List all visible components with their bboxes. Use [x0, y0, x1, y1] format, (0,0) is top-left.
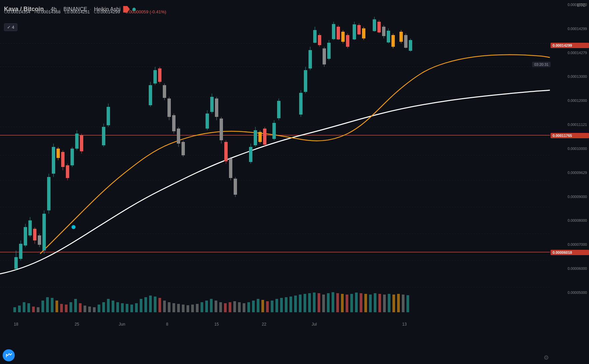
- svg-rect-189: [238, 302, 241, 312]
- svg-rect-72: [224, 142, 228, 161]
- svg-rect-38: [71, 149, 74, 165]
- svg-rect-223: [397, 294, 400, 312]
- svg-rect-173: [163, 301, 166, 312]
- svg-rect-175: [172, 303, 175, 312]
- svg-rect-62: [182, 142, 185, 155]
- svg-rect-169: [144, 297, 147, 312]
- y-label-7: 0.00009629: [553, 171, 587, 175]
- exchange-label: BINANCE: [64, 6, 87, 12]
- interval-badge[interactable]: ✓ 4: [4, 23, 17, 31]
- svg-rect-167: [135, 303, 138, 312]
- svg-rect-18: [24, 227, 27, 245]
- y-label-2: 0.00014279: [553, 51, 587, 55]
- svg-rect-150: [55, 301, 58, 312]
- svg-rect-171: [154, 297, 156, 312]
- svg-rect-180: [196, 304, 199, 312]
- svg-rect-202: [299, 295, 302, 312]
- settings-icon[interactable]: ⚙: [544, 354, 549, 361]
- svg-rect-185: [219, 302, 222, 312]
- svg-rect-102: [327, 43, 331, 59]
- svg-rect-159: [98, 305, 100, 312]
- trading-pair[interactable]: Kava / Bitcoin: [4, 6, 44, 13]
- svg-rect-208: [327, 293, 330, 312]
- svg-rect-66: [210, 97, 214, 112]
- svg-rect-176: [177, 304, 180, 312]
- svg-rect-34: [61, 152, 65, 167]
- svg-text:15: 15: [214, 322, 219, 327]
- timeframe-label[interactable]: 4h: [50, 6, 56, 12]
- svg-rect-158: [93, 307, 96, 312]
- y-label-6: 0.00010000: [553, 147, 587, 151]
- svg-rect-116: [362, 28, 365, 38]
- separator2: ·: [59, 6, 61, 12]
- svg-text:25: 25: [75, 322, 79, 327]
- svg-rect-163: [116, 302, 119, 312]
- svg-rect-68: [215, 99, 218, 117]
- svg-rect-124: [387, 31, 390, 42]
- svg-rect-20: [28, 220, 32, 235]
- y-label-11: 0.00006000: [553, 266, 587, 270]
- svg-rect-186: [224, 303, 227, 312]
- svg-rect-157: [88, 307, 91, 312]
- live-indicator: [132, 8, 136, 11]
- separator1: ·: [46, 6, 48, 12]
- svg-rect-188: [233, 301, 236, 312]
- svg-rect-130: [404, 35, 407, 48]
- separator3: ·: [90, 6, 91, 12]
- svg-rect-204: [308, 293, 311, 312]
- resistance-price-tag-1: 0.00011765: [551, 133, 589, 138]
- svg-rect-218: [374, 293, 376, 312]
- svg-text:18: 18: [14, 322, 18, 327]
- svg-rect-212: [346, 295, 348, 312]
- svg-rect-42: [80, 135, 83, 151]
- svg-rect-221: [388, 294, 390, 312]
- svg-rect-211: [341, 294, 344, 312]
- svg-rect-183: [210, 299, 213, 312]
- svg-rect-174: [168, 302, 170, 312]
- svg-point-226: [72, 225, 76, 229]
- svg-rect-132: [409, 40, 412, 51]
- svg-rect-78: [249, 147, 252, 162]
- svg-rect-56: [167, 99, 171, 117]
- svg-rect-143: [23, 302, 25, 312]
- svg-rect-164: [121, 303, 124, 312]
- svg-rect-110: [346, 35, 349, 47]
- svg-rect-70: [220, 119, 223, 140]
- svg-rect-104: [332, 24, 335, 39]
- svg-rect-50: [153, 70, 157, 83]
- svg-rect-142: [18, 306, 21, 312]
- y-label-4: 0.00012000: [553, 99, 587, 103]
- svg-rect-64: [206, 114, 209, 129]
- support-price-tag-2: 0.00006018: [551, 250, 589, 255]
- svg-rect-170: [149, 296, 152, 312]
- svg-rect-76: [234, 179, 237, 195]
- svg-rect-207: [322, 295, 325, 312]
- svg-rect-22: [33, 229, 36, 240]
- svg-rect-172: [158, 298, 161, 312]
- svg-rect-192: [252, 301, 255, 312]
- svg-rect-178: [187, 305, 189, 312]
- svg-rect-24: [38, 235, 41, 245]
- y-label-8: 0.00009000: [553, 195, 587, 199]
- svg-rect-219: [378, 294, 381, 312]
- svg-rect-147: [41, 301, 44, 312]
- svg-rect-112: [353, 24, 356, 39]
- svg-rect-92: [304, 70, 307, 92]
- svg-rect-187: [229, 302, 231, 312]
- svg-rect-106: [337, 27, 340, 39]
- svg-rect-209: [332, 292, 334, 312]
- svg-text:8: 8: [166, 322, 168, 327]
- svg-rect-201: [294, 296, 297, 312]
- svg-rect-98: [318, 35, 321, 45]
- svg-rect-146: [37, 307, 39, 312]
- svg-rect-126: [391, 35, 395, 47]
- svg-rect-196: [271, 301, 273, 312]
- svg-rect-94: [309, 50, 312, 68]
- svg-rect-108: [341, 32, 345, 42]
- svg-rect-214: [355, 293, 358, 312]
- svg-rect-205: [313, 293, 316, 312]
- tradingview-logo[interactable]: [3, 349, 15, 361]
- y-label-9: 0.00008000: [553, 218, 587, 222]
- svg-rect-206: [318, 293, 320, 312]
- svg-rect-168: [140, 299, 142, 312]
